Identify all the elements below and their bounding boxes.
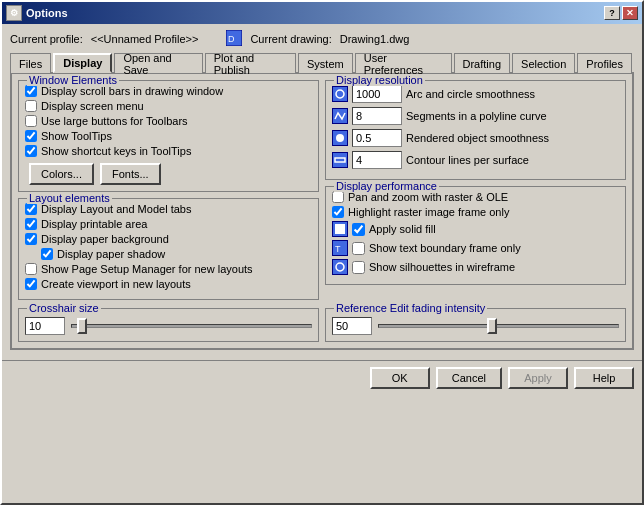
crosshair-track <box>71 324 312 328</box>
tab-selection[interactable]: Selection <box>512 53 575 73</box>
checkbox-scroll-bars: Display scroll bars in drawing window <box>25 85 312 97</box>
bottom-buttons-row: OK Cancel Apply Help <box>2 360 642 395</box>
crosshair-slider-container <box>25 317 312 335</box>
ref-editing-value-input[interactable] <box>332 317 372 335</box>
crosshair-title: Crosshair size <box>27 302 101 314</box>
checkbox-shortcut-keys-label[interactable]: Show shortcut keys in ToolTips <box>41 145 191 157</box>
checkbox-printable-area-label[interactable]: Display printable area <box>41 218 147 230</box>
silhouettes-icon[interactable] <box>332 259 348 275</box>
checkbox-create-viewport-label[interactable]: Create viewport in new layouts <box>41 278 191 290</box>
contour-lines-input[interactable] <box>352 151 402 169</box>
svg-point-3 <box>336 134 344 142</box>
checkbox-tooltips-label[interactable]: Show ToolTips <box>41 130 112 142</box>
ok-button[interactable]: OK <box>370 367 430 389</box>
checkbox-highlight-raster-input[interactable] <box>332 206 344 218</box>
colors-button[interactable]: Colors... <box>29 163 94 185</box>
checkbox-highlight-raster-label[interactable]: Highlight raster image frame only <box>348 206 509 218</box>
contour-icon[interactable] <box>332 152 348 168</box>
drawing-value: Drawing1.dwg <box>340 33 410 45</box>
drawing-icon-placeholder: D <box>226 30 242 48</box>
tab-plot-publish[interactable]: Plot and Publish <box>205 53 296 73</box>
tabs-container: Files Display Open and Save Plot and Pub… <box>10 52 634 74</box>
checkbox-create-viewport-input[interactable] <box>25 278 37 290</box>
polyline-segments-label: Segments in a polyline curve <box>406 110 547 122</box>
svg-rect-5 <box>335 224 345 234</box>
button-row: Colors... Fonts... <box>25 163 312 185</box>
checkbox-apply-solid-label[interactable]: Apply solid fill <box>369 223 436 235</box>
checkbox-pan-zoom-label[interactable]: Pan and zoom with raster & OLE <box>348 191 508 203</box>
perf-silhouettes-row: Show silhouettes in wireframe <box>332 259 619 275</box>
rendered-icon-svg <box>334 132 346 144</box>
apply-button[interactable]: Apply <box>508 367 568 389</box>
checkbox-tooltips-input[interactable] <box>25 130 37 142</box>
crosshair-thumb[interactable] <box>77 318 87 334</box>
svg-text:T: T <box>335 244 341 254</box>
arc-smoothness-label: Arc and circle smoothness <box>406 88 535 100</box>
res-row-contour: Contour lines per surface <box>332 151 619 169</box>
checkbox-text-boundary-input[interactable] <box>352 242 365 255</box>
rendered-smoothness-input[interactable] <box>352 129 402 147</box>
tab-open-save[interactable]: Open and Save <box>114 53 202 73</box>
checkbox-paper-background-input[interactable] <box>25 233 37 245</box>
checkbox-silhouettes-input[interactable] <box>352 261 365 274</box>
checkbox-page-setup-label[interactable]: Show Page Setup Manager for new layouts <box>41 263 253 275</box>
crosshair-value-input[interactable] <box>25 317 65 335</box>
checkbox-silhouettes-label[interactable]: Show silhouettes in wireframe <box>369 261 515 273</box>
checkbox-layout-model-tabs-input[interactable] <box>25 203 37 215</box>
rendered-icon[interactable] <box>332 130 348 146</box>
options-window: ⚙ Options ? ✕ Current profile: <<Unnamed… <box>0 0 644 505</box>
tab-system[interactable]: System <box>298 53 353 73</box>
ref-editing-thumb[interactable] <box>487 318 497 334</box>
arc-smoothness-input[interactable] <box>352 85 402 103</box>
checkbox-large-buttons-label[interactable]: Use large buttons for Toolbars <box>41 115 188 127</box>
res-row-arc: Arc and circle smoothness <box>332 85 619 103</box>
polyline-icon[interactable] <box>332 108 348 124</box>
apply-solid-icon[interactable] <box>332 221 348 237</box>
checkbox-layout-model-tabs-label[interactable]: Display Layout and Model tabs <box>41 203 191 215</box>
profile-row: Current profile: <<Unnamed Profile>> D C… <box>10 30 634 48</box>
window-elements-title: Window Elements <box>27 74 119 86</box>
perf-text-boundary-row: T Show text boundary frame only <box>332 240 619 256</box>
checkbox-scroll-bars-label[interactable]: Display scroll bars in drawing window <box>41 85 223 97</box>
tab-user-preferences[interactable]: User Preferences <box>355 53 452 73</box>
tab-profiles[interactable]: Profiles <box>577 53 632 73</box>
checkbox-text-boundary-label[interactable]: Show text boundary frame only <box>369 242 521 254</box>
main-panel: Window Elements Display scroll bars in d… <box>10 74 634 350</box>
help-btn[interactable]: ? <box>604 6 620 20</box>
checkbox-screen-menu-input[interactable] <box>25 100 37 112</box>
close-btn[interactable]: ✕ <box>622 6 638 20</box>
checkbox-shortcut-keys-input[interactable] <box>25 145 37 157</box>
checkbox-pan-zoom: Pan and zoom with raster & OLE <box>332 191 619 203</box>
checkbox-paper-shadow-input[interactable] <box>41 248 53 260</box>
tab-display[interactable]: Display <box>53 53 112 73</box>
rendered-smoothness-label: Rendered object smoothness <box>406 132 549 144</box>
ref-editing-track <box>378 324 619 328</box>
checkbox-paper-shadow-label[interactable]: Display paper shadow <box>57 248 165 260</box>
display-performance-group: Display performance Pan and zoom with ra… <box>325 186 626 285</box>
checkbox-page-setup-input[interactable] <box>25 263 37 275</box>
checkbox-large-buttons-input[interactable] <box>25 115 37 127</box>
help-button[interactable]: Help <box>574 367 634 389</box>
window-elements-group: Window Elements Display scroll bars in d… <box>18 80 319 192</box>
checkbox-create-viewport: Create viewport in new layouts <box>25 278 312 290</box>
svg-point-2 <box>336 90 344 98</box>
checkbox-printable-area-input[interactable] <box>25 218 37 230</box>
tab-files[interactable]: Files <box>10 53 51 73</box>
text-boundary-icon[interactable]: T <box>332 240 348 256</box>
checkbox-screen-menu: Display screen menu <box>25 100 312 112</box>
checkbox-pan-zoom-input[interactable] <box>332 191 344 203</box>
checkbox-scroll-bars-input[interactable] <box>25 85 37 97</box>
arc-smoothness-icon[interactable] <box>332 86 348 102</box>
fonts-button[interactable]: Fonts... <box>100 163 161 185</box>
checkbox-large-buttons: Use large buttons for Toolbars <box>25 115 312 127</box>
layout-elements-group: Layout elements Display Layout and Model… <box>18 198 319 300</box>
polyline-segments-input[interactable] <box>352 107 402 125</box>
cancel-button[interactable]: Cancel <box>436 367 502 389</box>
tab-drafting[interactable]: Drafting <box>454 53 511 73</box>
contour-lines-label: Contour lines per surface <box>406 154 529 166</box>
res-row-polyline: Segments in a polyline curve <box>332 107 619 125</box>
checkbox-layout-model-tabs: Display Layout and Model tabs <box>25 203 312 215</box>
checkbox-apply-solid-input[interactable] <box>352 223 365 236</box>
checkbox-paper-background-label[interactable]: Display paper background <box>41 233 169 245</box>
checkbox-screen-menu-label[interactable]: Display screen menu <box>41 100 144 112</box>
